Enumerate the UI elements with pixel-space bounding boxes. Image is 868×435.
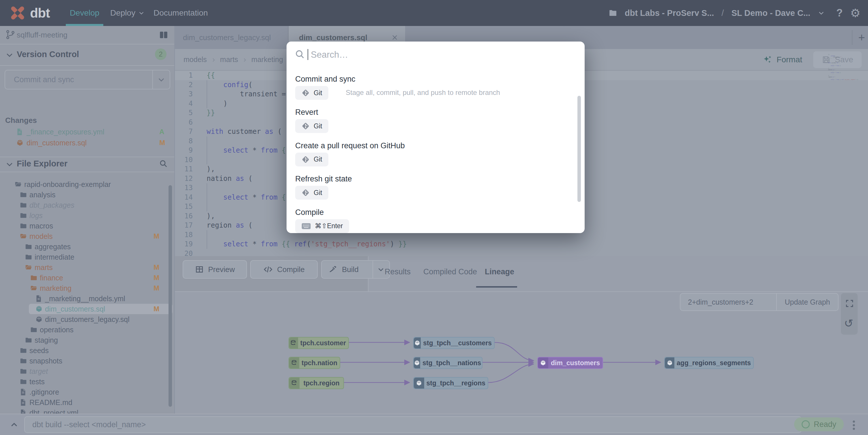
lineage-node-tpch_nation[interactable]: tpch.nation (288, 357, 340, 369)
file-tree-item-marketing[interactable]: marketingM (0, 283, 174, 293)
git-icon (302, 89, 310, 97)
sidebar-scrollbar[interactable] (168, 185, 172, 407)
new-tab-button[interactable]: + (855, 31, 868, 44)
lineage-node-tpch_customer[interactable]: tpch.customer (288, 337, 349, 349)
gear-icon[interactable]: ⚙ (850, 6, 861, 20)
lineage-node-label: dim_customers (548, 359, 602, 367)
close-icon[interactable] (391, 33, 399, 41)
build-button[interactable]: Build (321, 260, 390, 279)
top-nav: dbt Develop Deploy Documentation dbt Lab… (0, 0, 868, 26)
file-tree-item-tests[interactable]: tests (0, 376, 174, 387)
file-tree-item-analysis[interactable]: analysis (0, 189, 174, 200)
tab-compiled-code[interactable]: Compiled Code (423, 256, 477, 287)
git-branch-icon (5, 29, 16, 40)
crumb-marts[interactable]: marts (220, 55, 238, 64)
folder-icon (30, 326, 37, 334)
palette-item-commit-and-sync[interactable]: Commit and syncGitStage all, commit, pul… (295, 75, 573, 103)
model-cube-icon (414, 378, 424, 389)
help-icon[interactable]: ? (836, 7, 843, 19)
file-tree-item-target[interactable]: target (0, 366, 174, 376)
chevron-up-icon[interactable] (10, 421, 19, 429)
file-explorer-header[interactable]: File Explorer (0, 157, 174, 172)
project-selector[interactable]: dbt Labs - ProServ S... (625, 8, 714, 18)
nav-tab-develop[interactable]: Develop (66, 0, 103, 26)
file-tree-item--marketing-models-yml[interactable]: _marketing__models.yml (0, 293, 174, 304)
crumb-models[interactable]: models (184, 55, 207, 64)
modal-scrollbar[interactable] (578, 96, 581, 202)
file-tree-item-operations[interactable]: operations (0, 324, 174, 335)
command-placeholder: dbt build --select <model_name> (32, 420, 146, 429)
tab-results[interactable]: Results (385, 256, 411, 287)
file-tree-item-marts[interactable]: martsM (0, 262, 174, 273)
git-branch-row[interactable]: sqlfluff-meeting (0, 26, 174, 44)
changed-file-row[interactable]: dim_customers.sqlM (0, 137, 174, 148)
lineage-canvas[interactable]: tpch.customerstg_tpch__customerstpch.nat… (174, 292, 868, 414)
tab-lineage[interactable]: Lineage (485, 256, 514, 287)
docs-book-icon[interactable] (159, 30, 168, 40)
editor-minimap[interactable]: {{ config( transient = f )}}with custome… (828, 54, 863, 86)
reset-view-icon[interactable]: ↺ (844, 318, 853, 329)
command-input[interactable]: dbt build --select <model_name> (24, 416, 802, 433)
file-tree-item-dbt-project-yml[interactable]: dbt_project.yml (0, 408, 174, 414)
tab-dim-customers-legacy[interactable]: dim_customers_legacy.sql (174, 26, 288, 49)
file-tree-item-seeds[interactable]: seeds (0, 345, 174, 356)
nav-tab-documentation[interactable]: Documentation (154, 0, 208, 26)
palette-item-create-a-pull-request-on-github[interactable]: Create a pull request on GitHubGit (295, 141, 573, 170)
file-tree-label: intermediate (35, 253, 74, 261)
file-icon (20, 399, 27, 406)
file-tree: rapid-onboarding-exemplaranalysisdbt_pac… (0, 179, 174, 414)
preview-button[interactable]: Preview (183, 260, 247, 279)
version-control-header[interactable]: Version Control 2 (0, 44, 174, 65)
line-number: 14 (174, 193, 193, 202)
palette-item-refresh-git-state[interactable]: Refresh git stateGit (295, 175, 573, 204)
nav-tab-deploy[interactable]: Deploy (110, 0, 145, 26)
lineage-node-stg_customers[interactable]: stg_tpch__customers (413, 337, 495, 349)
changed-file-name: dim_customers.sql (27, 139, 87, 147)
compile-button[interactable]: Compile (250, 260, 318, 279)
folder-icon (20, 347, 27, 354)
lineage-node-tpch_region[interactable]: tpch.region (288, 377, 344, 389)
changed-file-row[interactable]: _finance_exposures.ymlA (0, 126, 174, 137)
lineage-node-stg_regions[interactable]: stg_tpch__regions (413, 377, 488, 389)
format-button[interactable]: Format (762, 49, 802, 70)
file-tree-item-intermediate[interactable]: intermediate (0, 252, 174, 262)
file-tree-item-dbt-packages[interactable]: dbt_packages (0, 200, 174, 210)
update-graph-button[interactable]: Update Graph (776, 294, 838, 310)
dbt-logo[interactable]: dbt (8, 3, 50, 23)
file-tree-item-snapshots[interactable]: snapshots (0, 356, 174, 366)
kebab-menu-icon[interactable] (849, 420, 858, 431)
file-tree-item-rapid-onboarding-exemplar[interactable]: rapid-onboarding-exemplar (0, 179, 174, 189)
file-tree-item-staging[interactable]: staging (0, 335, 174, 345)
file-tree-item-models[interactable]: modelsM (0, 231, 174, 242)
palette-item-revert[interactable]: RevertGit (295, 108, 573, 137)
lineage-node-dim_customers[interactable]: dim_customers (537, 357, 603, 369)
file-tree-item-aggregates[interactable]: aggregates (0, 242, 174, 252)
commit-and-sync-button[interactable]: Commit and sync (5, 70, 170, 89)
lineage-node-label: stg_tpch__regions (424, 379, 488, 387)
lineage-node-stg_nations[interactable]: stg_tpch__nations (413, 357, 483, 369)
model-cube-icon (538, 358, 548, 368)
lineage-selector-input[interactable]: 2+dim_customers+2 (680, 294, 776, 310)
file-tree-item-dim-customers-sql[interactable]: dim_customers.sqlM (0, 304, 174, 314)
chevron-down-icon[interactable] (152, 70, 170, 89)
file-tree-item-macros[interactable]: macros (0, 221, 174, 231)
modal-search-row[interactable]: Search… (286, 41, 585, 67)
file-tree-item-readme-md[interactable]: README.md (0, 397, 174, 408)
palette-item-compile[interactable]: Compile⌘⇧Enter (295, 208, 573, 237)
ready-dot-icon (802, 420, 810, 428)
search-icon[interactable] (159, 159, 168, 168)
breadcrumb-separator: / (721, 8, 724, 18)
crumb-marketing[interactable]: marketing (251, 55, 283, 64)
environment-selector[interactable]: SL Demo - Dave C... (732, 8, 810, 18)
active-tab-underline (476, 286, 517, 288)
file-tree-item-finance[interactable]: financeM (0, 273, 174, 283)
file-tree-item-logs[interactable]: logs (0, 210, 174, 221)
file-tree-item--gitignore[interactable]: .gitignore (0, 387, 174, 397)
code-text: ), (207, 212, 215, 221)
fullscreen-icon[interactable] (845, 299, 854, 308)
lineage-node-agg_regions_segments[interactable]: agg_regions_segments (664, 357, 754, 369)
file-tree-item-dim-customers-legacy-sql[interactable]: dim_customers_legacy.sql (0, 314, 174, 324)
code-text: config( (828, 55, 835, 56)
file-tree-label: analysis (29, 191, 55, 199)
chevron-down-icon[interactable] (818, 9, 825, 17)
